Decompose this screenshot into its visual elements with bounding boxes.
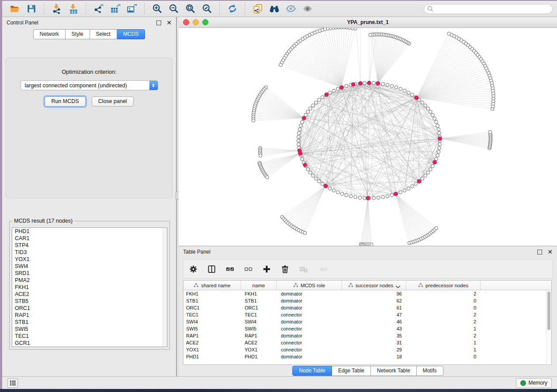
table-row[interactable]: ACE2ACE2connector311 (183, 339, 551, 346)
export-image-button[interactable] (124, 2, 140, 15)
cell-successor_nodes: 18 (342, 353, 406, 360)
mcds-result-item[interactable]: YOX1 (12, 256, 167, 263)
table-scrollbar-thumb[interactable] (547, 292, 550, 330)
mcds-result-item[interactable]: SRD1 (12, 270, 167, 277)
task-history-button[interactable] (7, 378, 18, 388)
new-network-from-selection-button[interactable] (249, 2, 266, 15)
column-header-MCDS-role[interactable]: MCDS role (277, 281, 342, 290)
column-label: successor nodes (356, 283, 393, 288)
gear-button[interactable] (188, 264, 198, 274)
run-mcds-button[interactable]: Run MCDS (45, 96, 85, 107)
table-panel-header: Table Panel ✕ (179, 246, 557, 258)
column-header-successor-nodes[interactable]: successor nodes (342, 281, 406, 290)
hide-selection-button[interactable] (283, 2, 299, 15)
search-input[interactable] (424, 4, 553, 14)
mcds-result-item[interactable]: SWI5 (12, 326, 167, 333)
close-panel-icon[interactable]: ✕ (166, 20, 172, 26)
columns-button[interactable] (206, 264, 217, 274)
import-network-button[interactable] (48, 2, 65, 15)
deselect-all-button[interactable] (243, 264, 253, 274)
mcds-result-item[interactable]: RAP1 (12, 312, 167, 319)
cell-name: PHD1 (241, 353, 277, 360)
node-table[interactable]: shared namenameMCDS rolesuccessor nodesp… (183, 280, 552, 365)
network-graph[interactable] (179, 28, 557, 246)
memory-button[interactable]: Memory (516, 378, 552, 388)
tab-network[interactable]: Network (33, 29, 66, 39)
mcds-result-item[interactable]: PMA2 (12, 277, 167, 284)
table-row[interactable]: PHD1PHD1dominator180 (183, 353, 551, 360)
status-bar: Memory (2, 376, 557, 389)
tab-network-table[interactable]: Network Table (371, 366, 417, 376)
add-column-button[interactable] (261, 264, 272, 274)
mcds-result-item[interactable]: FKH1 (12, 284, 167, 291)
network-window-titlebar[interactable]: YPA_prune.txt_1 (179, 17, 557, 28)
select-stepper-icon (149, 81, 158, 90)
mcds-result-item[interactable]: GCR1 (12, 340, 167, 347)
criterion-select[interactable]: largest connected component (undirected) (21, 80, 158, 90)
mcds-result-item[interactable]: STB5 (12, 298, 167, 305)
memory-status-icon (520, 380, 526, 386)
table-row[interactable]: FKH1FKH1dominator962 (183, 290, 551, 297)
mcds-list-scrollbar[interactable] (163, 228, 167, 347)
tab-edge-table[interactable]: Edge Table (332, 366, 371, 376)
show-all-button[interactable] (299, 2, 316, 15)
close-panel-button[interactable]: Close panel (92, 96, 134, 107)
first-neighbors-button[interactable] (266, 2, 283, 15)
mcds-result-item[interactable]: ORC1 (12, 305, 167, 312)
select-all-button[interactable] (225, 264, 235, 274)
mcds-result-item[interactable]: STB1 (12, 319, 167, 326)
table-row[interactable]: YOX1YOX1connector291 (183, 346, 551, 353)
mcds-result-item[interactable]: SWI4 (12, 263, 167, 270)
mcds-result-list[interactable]: PHD1CAR1STP4TID3YOX1SWI4SRD1PMA2FKH1ACE2… (12, 227, 167, 347)
tab-select[interactable]: Select (90, 29, 117, 39)
mcds-result-item[interactable]: CAR1 (12, 235, 167, 242)
cell-name: YOX1 (241, 346, 277, 353)
float-panel-icon[interactable] (156, 21, 161, 25)
zoom-selected-button[interactable] (199, 2, 215, 15)
mcds-result-item[interactable]: ACE2 (12, 291, 167, 298)
column-header-name[interactable]: name (241, 281, 277, 290)
apply-layout-button[interactable] (224, 2, 241, 15)
zoom-fit-button[interactable] (182, 2, 199, 15)
table-row[interactable]: ORC1ORC1dominator610 (183, 304, 551, 311)
list-icon (10, 380, 16, 386)
tab-node-table[interactable]: Node Table (292, 366, 332, 376)
shared-column-icon (194, 282, 199, 289)
delete-column-button[interactable] (280, 264, 290, 274)
tab-mcds[interactable]: MCDS (117, 29, 145, 39)
desktop: Control Panel ✕ NetworkStyleSelectMCDS O… (0, 0, 557, 392)
save-button[interactable] (23, 2, 40, 15)
close-table-panel-icon[interactable]: ✕ (547, 249, 553, 255)
column-header-predecessor-nodes[interactable]: predecessor nodes (406, 281, 481, 290)
float-table-panel-icon[interactable] (537, 250, 542, 254)
cell-name: RAP1 (241, 332, 277, 339)
zoom-out-button[interactable] (166, 2, 182, 15)
export-table-button[interactable] (107, 2, 124, 15)
table-row[interactable]: SWI5SWI5connector431 (183, 325, 551, 332)
mcds-result-item[interactable]: PHD1 (12, 228, 167, 235)
table-row[interactable]: RAP1RAP1dominator352 (183, 332, 551, 339)
optimization-criterion-label: Optimization criterion: (6, 69, 172, 75)
open-folder-button[interactable] (7, 2, 23, 15)
table-row[interactable]: STB1STB1dominator620 (183, 297, 551, 304)
cell-predecessor_nodes: 1 (406, 325, 481, 332)
cell-successor_nodes: 96 (342, 290, 406, 297)
tab-motifs[interactable]: Motifs (417, 366, 443, 376)
mcds-result-item[interactable]: STP4 (12, 242, 167, 249)
column-header-shared-name[interactable]: shared name (183, 281, 241, 290)
network-canvas[interactable] (179, 28, 557, 246)
export-network-button[interactable] (90, 2, 107, 15)
mcds-result-item[interactable]: TEC1 (12, 333, 167, 340)
column-label: shared name (201, 283, 230, 288)
table-tabs: Node TableEdge TableNetwork TableMotifs (179, 365, 557, 376)
mcds-result-item[interactable]: TID3 (12, 249, 167, 256)
zoom-in-button[interactable] (149, 2, 166, 15)
table-scrollbar[interactable] (546, 290, 551, 364)
import-table-button[interactable] (65, 2, 82, 15)
table-row[interactable]: SWI4SWI4dominator462 (183, 318, 551, 325)
table-row[interactable]: TEC1TEC1connector472 (183, 311, 551, 318)
node-table-rows: FKH1FKH1dominator962STB1STB1dominator620… (183, 290, 551, 360)
cell-shared_name: ORC1 (183, 304, 241, 311)
horizontal-splitter-grip[interactable] (365, 242, 371, 246)
tab-style[interactable]: Style (66, 29, 90, 39)
